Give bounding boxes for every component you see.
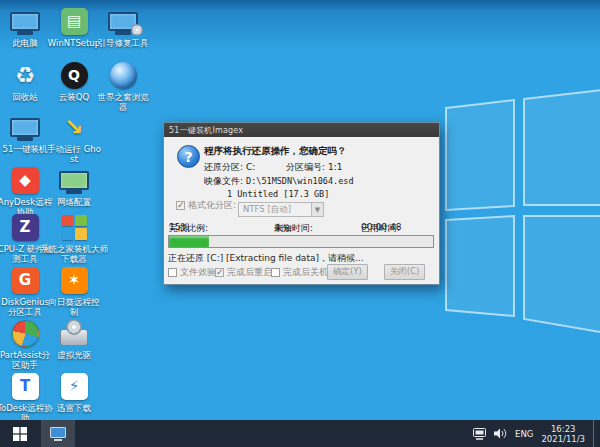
- image-volume-info: 1 Untitled [17.3 GB]: [227, 189, 329, 199]
- volume-tray-icon[interactable]: [494, 428, 507, 439]
- restore-partition-label: 还原分区:: [204, 162, 243, 172]
- taskbar-app-51onekey[interactable]: [41, 420, 75, 447]
- elapsed-value: 00:00:48: [361, 222, 401, 232]
- desktop-icon-syshome-installer-downloader[interactable]: 系统之家装机大师下载器: [38, 212, 110, 264]
- desktop-icon-label: WinNTSetup: [46, 38, 102, 48]
- progress-bar: [168, 235, 434, 248]
- desktop-icon-thunder-download[interactable]: ⚡迅雷下载: [46, 371, 102, 413]
- desktop-icon-label: 手动运行 Ghost: [46, 144, 102, 164]
- app-window-icon-stand: [54, 439, 62, 441]
- format-select-value: NTFS [自动]: [243, 204, 291, 216]
- restore-partition-value: C:: [246, 162, 255, 172]
- format-partition-checkbox[interactable]: 格式化分区:: [176, 199, 236, 212]
- desktop-icon-world-window-browser[interactable]: 世界之窗浏览器: [95, 60, 151, 112]
- checkbox-icon: [271, 268, 280, 277]
- sunflower-remote-icon: ✶: [46, 265, 102, 295]
- language-indicator[interactable]: ENG: [515, 429, 533, 439]
- cloud-qq-icon: Q: [46, 60, 102, 90]
- winntsetup-icon: ▤: [46, 6, 102, 36]
- desktop-icon-label: 向日葵远程控制: [46, 297, 102, 317]
- virtual-cd-drive-icon: [46, 318, 102, 348]
- reboot-after-checkbox[interactable]: 完成后重启: [215, 266, 272, 279]
- checkbox-icon: [215, 268, 224, 277]
- world-window-browser-icon: [95, 60, 151, 90]
- desktop-icon-label: 引导修复工具: [95, 38, 151, 48]
- start-button[interactable]: [0, 420, 40, 447]
- thunder-download-icon: ⚡: [46, 371, 102, 401]
- show-desktop-button[interactable]: [593, 420, 597, 447]
- desktop-icon-label: 云装QQ: [46, 92, 102, 102]
- desktop-icon-cloud-qq[interactable]: Q云装QQ: [46, 60, 102, 102]
- partition-number-value: 1:1: [328, 162, 342, 172]
- question-icon: ?: [177, 145, 200, 168]
- desktop-icon-label: 虚拟光驱: [46, 350, 102, 360]
- question-glyph: ?: [184, 149, 192, 165]
- clock-date: 2021/11/3: [541, 434, 585, 444]
- progress-fill: [169, 236, 209, 247]
- run-ghost-manually-icon: ↘: [46, 112, 102, 142]
- network-config-icon: [46, 165, 102, 195]
- format-partition-label: 格式化分区:: [188, 199, 236, 212]
- desktop-icon-label: 系统之家装机大师下载器: [38, 244, 110, 264]
- ok-button[interactable]: 确定(Y): [327, 264, 368, 280]
- app-window-icon: [50, 427, 66, 438]
- desktop-icon-virtual-cd-drive[interactable]: 虚拟光驱: [46, 318, 102, 360]
- desktop: 此电脑▤WinNTSetup引导修复工具♻回收站Q云装QQ世界之窗浏览器51一键…: [0, 0, 600, 447]
- confirm-text: 程序将执行还原操作，您确定吗？: [204, 145, 347, 158]
- desktop-icon-winntsetup[interactable]: ▤WinNTSetup: [46, 6, 102, 48]
- syshome-installer-downloader-icon: [38, 212, 110, 242]
- dialog-body: ? 程序将执行还原操作，您确定吗？ 还原分区:C: 分区编号:1:1 映像文件:…: [164, 137, 439, 284]
- dropdown-arrow-icon: ▼: [311, 203, 323, 216]
- taskbar: ENG 16:23 2021/11/3: [0, 420, 600, 447]
- clock-time: 16:23: [541, 424, 585, 434]
- shutdown-after-checkbox[interactable]: 完成后关机: [271, 266, 328, 279]
- desktop-icon-sunflower-remote[interactable]: ✶向日葵远程控制: [46, 265, 102, 317]
- desktop-icon-label: 世界之窗浏览器: [95, 92, 151, 112]
- dialog-titlebar[interactable]: 51一键装机Imagex: [164, 123, 439, 137]
- reboot-after-label: 完成后重启: [227, 266, 272, 279]
- partition-number-label: 分区编号:: [286, 162, 325, 172]
- partition-info-row: 还原分区:C: 分区编号:1:1: [204, 161, 433, 174]
- image-file-row: 映像文件:D:\51MSDN\win1064.esd: [204, 175, 354, 188]
- close-button[interactable]: 关闭(C): [384, 264, 425, 280]
- system-tray: ENG 16:23 2021/11/3: [473, 420, 600, 447]
- boot-repair-tool-icon: [95, 6, 151, 36]
- restore-dialog: 51一键装机Imagex ? 程序将执行还原操作，您确定吗？ 还原分区:C: 分…: [163, 122, 440, 285]
- verify-files-checkbox[interactable]: 文件效验: [168, 266, 216, 279]
- network-tray-icon[interactable]: [473, 428, 486, 440]
- desktop-icon-network-config[interactable]: 网络配置: [46, 165, 102, 207]
- percent-value: 15%: [169, 222, 189, 232]
- desktop-icon-label: 迅雷下载: [46, 403, 102, 413]
- desktop-icon-run-ghost-manually[interactable]: ↘手动运行 Ghost: [46, 112, 102, 164]
- desktop-icon-boot-repair-tool[interactable]: 引导修复工具: [95, 6, 151, 48]
- image-file-path: D:\51MSDN\win1064.esd: [246, 176, 353, 186]
- shutdown-after-label: 完成后关机: [283, 266, 328, 279]
- verify-files-label: 文件效验: [180, 266, 216, 279]
- remaining-value: 未知: [274, 222, 292, 235]
- desktop-icon-label: 网络配置: [46, 197, 102, 207]
- windows-logo-icon: [13, 427, 27, 441]
- dialog-title: 51一键装机Imagex: [169, 125, 243, 136]
- taskbar-clock[interactable]: 16:23 2021/11/3: [541, 424, 585, 444]
- checkbox-icon: [176, 201, 185, 210]
- image-file-label: 映像文件:: [204, 176, 243, 186]
- format-select[interactable]: NTFS [自动] ▼: [238, 202, 324, 217]
- checkbox-icon: [168, 268, 177, 277]
